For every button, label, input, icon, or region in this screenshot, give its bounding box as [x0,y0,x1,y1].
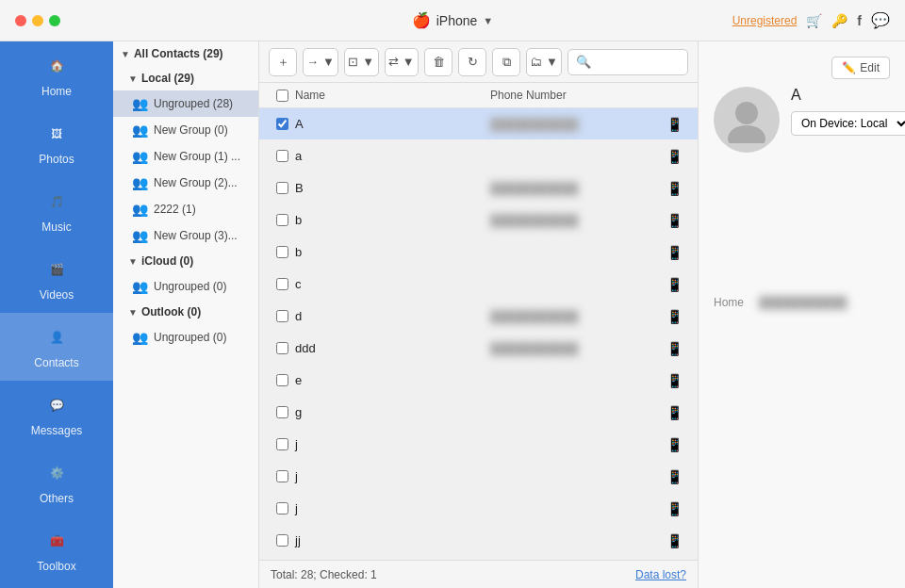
row-checkbox[interactable] [276,150,288,162]
row-phone: ███████████ [490,310,660,323]
row-checkbox[interactable] [276,246,288,258]
row-checkbox-cell[interactable] [269,246,295,258]
table-row[interactable]: j📱 [259,493,698,525]
table-row[interactable]: b📱 [259,237,698,269]
cart-icon[interactable]: 🛒 [806,13,822,28]
row-checkbox[interactable] [276,118,288,130]
header-checkbox-cell[interactable] [269,90,295,102]
row-checkbox-cell[interactable] [269,310,295,322]
new-group-1-item[interactable]: 👥 New Group (1) ... [113,143,258,170]
titlebar: 🍎 iPhone ▼ Unregistered 🛒 🔑 f 💬 [0,0,905,41]
row-checkbox-cell[interactable] [269,278,295,290]
row-checkbox[interactable] [276,502,288,514]
row-checkbox[interactable] [276,470,288,482]
row-checkbox[interactable] [276,438,288,450]
data-lost-link[interactable]: Data lost? [635,568,686,581]
device-select[interactable]: On Device: Local iCloud Outlook [791,111,905,136]
table-row[interactable]: b███████████📱 [259,204,698,237]
add-contact-button[interactable]: ＋ [269,48,297,76]
unregistered-link[interactable]: Unregistered [732,14,798,27]
minimize-button[interactable] [32,15,43,26]
table-row[interactable]: g📱 [259,397,698,429]
import-icon: → [306,55,319,69]
table-row[interactable]: a📱 [259,140,698,172]
delete-button[interactable]: 🗑 [424,48,452,76]
table-row[interactable]: c📱 [259,269,698,301]
new-group-3-item[interactable]: 👥 New Group (3)... [113,222,258,249]
new-group-0-item[interactable]: 👥 New Group (0) [113,117,258,143]
sidebar-item-messages[interactable]: 💬 Messages [0,381,113,449]
row-checkbox-cell[interactable] [269,502,295,514]
icloud-header[interactable]: ▼ iCloud (0) [113,249,258,273]
row-checkbox[interactable] [276,406,288,418]
export-dropdown-icon: ▼ [362,55,374,69]
maximize-button[interactable] [49,15,60,26]
sidebar-item-photos[interactable]: 🖼 Photos [0,109,113,177]
search-input[interactable] [595,56,680,69]
detail-panel: ✏️ Edit A On Device: Local iCloud [698,41,905,588]
row-checkbox-cell[interactable] [269,470,295,482]
refresh-button[interactable]: ↻ [458,48,486,76]
row-checkbox[interactable] [276,278,288,290]
groups-panel: ▼ All Contacts (29) ▼ Local (29) 👥 Ungro… [113,41,259,588]
search-box[interactable]: 🔍 [568,49,688,75]
toolbar: ＋ → ▼ ⊡ ▼ ⇄ ▼ 🗑 ↻ ⧉ � [259,41,698,83]
table-row[interactable]: d███████████📱 [259,301,698,333]
row-checkbox-cell[interactable] [269,342,295,354]
row-checkbox-cell[interactable] [269,182,295,194]
row-name: B [295,181,490,195]
export-button[interactable]: ⊡ ▼ [344,48,379,76]
sidebar-item-others[interactable]: ⚙️ Others [0,449,113,516]
row-checkbox[interactable] [276,374,288,386]
ungrouped-item[interactable]: 👥 Ungrouped (28) [113,90,258,117]
row-checkbox-cell[interactable] [269,374,295,386]
new-group-2-item[interactable]: 👥 New Group (2)... [113,170,258,196]
sidebar-item-contacts[interactable]: 👤 Contacts [0,313,113,381]
table-row[interactable]: j📱 [259,429,698,461]
table-row[interactable]: jj📱 [259,525,698,557]
key-icon[interactable]: 🔑 [831,13,847,28]
row-checkbox[interactable] [276,534,288,547]
group-people-icon-2: 👥 [132,175,148,190]
status-bar: Total: 28; Checked: 1 Data lost? [259,560,698,588]
transfer-button[interactable]: ⇄ ▼ [385,48,420,76]
local-header[interactable]: ▼ Local (29) [113,66,258,90]
sidebar-item-toolbox[interactable]: 🧰 Toolbox [0,516,113,584]
icloud-ungrouped-item[interactable]: 👥 Ungrouped (0) [113,273,258,300]
row-device-icon: 📱 [660,373,688,388]
facebook-icon[interactable]: f [857,13,862,28]
chat-icon[interactable]: 💬 [871,11,890,29]
row-checkbox-cell[interactable] [269,214,295,226]
dropdown-chevron-icon[interactable]: ▼ [483,15,493,26]
table-row[interactable]: e📱 [259,365,698,397]
row-checkbox[interactable] [276,214,288,226]
group-2222-item[interactable]: 👥 2222 (1) [113,196,258,222]
row-checkbox-cell[interactable] [269,438,295,450]
row-checkbox-cell[interactable] [269,406,295,418]
home-icon: 🏠 [43,53,70,79]
sidebar-item-videos[interactable]: 🎬 Videos [0,245,113,313]
row-checkbox-cell[interactable] [269,534,295,547]
row-device-icon: 📱 [660,213,688,228]
sidebar-item-home[interactable]: 🏠 Home [0,41,113,109]
sidebar-item-music[interactable]: 🎵 Music [0,177,113,245]
row-device-icon: 📱 [660,245,688,260]
table-row[interactable]: A███████████📱 [259,108,698,140]
row-checkbox[interactable] [276,182,288,194]
row-checkbox-cell[interactable] [269,150,295,162]
table-row[interactable]: j📱 [259,461,698,493]
table-row[interactable]: ddd███████████📱 [259,333,698,365]
row-checkbox-cell[interactable] [269,118,295,130]
select-all-checkbox[interactable] [276,90,288,102]
table-row[interactable]: B███████████📱 [259,172,698,204]
close-button[interactable] [15,15,26,26]
all-contacts-header[interactable]: ▼ All Contacts (29) [113,41,258,66]
import-button[interactable]: → ▼ [303,48,338,76]
copy-button[interactable]: ⧉ [492,48,520,76]
row-checkbox[interactable] [276,310,288,322]
outlook-header[interactable]: ▼ Outlook (0) [113,300,258,324]
archive-button[interactable]: 🗂 ▼ [526,48,562,76]
edit-button[interactable]: ✏️ Edit [831,57,890,79]
outlook-ungrouped-item[interactable]: 👥 Ungrouped (0) [113,324,258,351]
row-checkbox[interactable] [276,342,288,354]
